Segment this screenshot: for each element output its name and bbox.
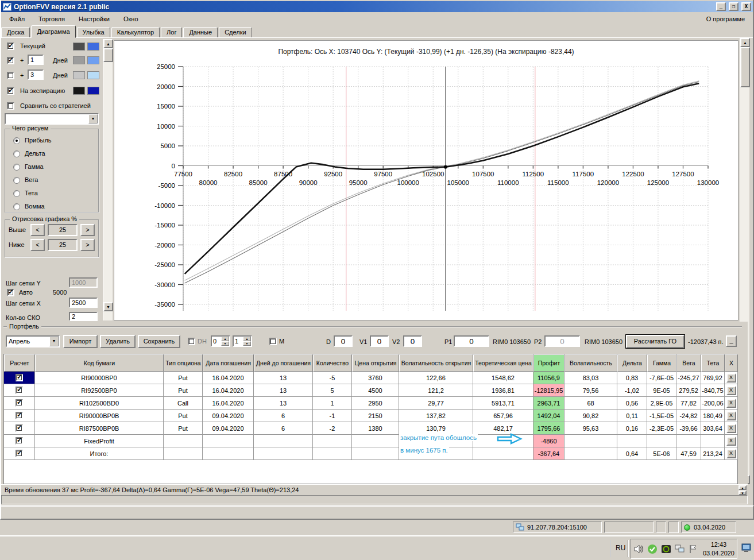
current-color2-swatch[interactable] bbox=[87, 43, 99, 51]
cell-Дата погашения[interactable] bbox=[203, 447, 254, 460]
cell-Профит[interactable]: -12815,95 bbox=[533, 384, 564, 397]
cell-Количество[interactable]: -5 bbox=[313, 372, 352, 384]
radio-Вега[interactable] bbox=[13, 177, 20, 184]
cell-Дельта[interactable]: 0,56 bbox=[617, 397, 647, 410]
radio-Гамма[interactable] bbox=[13, 164, 20, 171]
volume-icon[interactable] bbox=[633, 544, 644, 554]
collapse-button[interactable]: _ bbox=[726, 335, 737, 347]
row-calc-checkbox-cell[interactable] bbox=[4, 435, 35, 447]
cell-Теоретическая цена[interactable]: 1548,62 bbox=[473, 372, 533, 384]
cell-Дата погашения[interactable]: 16.04.2020 bbox=[203, 384, 254, 397]
row-calc-checkbox-cell[interactable] bbox=[4, 410, 35, 422]
expiration-color2-swatch[interactable] bbox=[87, 87, 99, 95]
cell-Дата погашения[interactable] bbox=[203, 435, 254, 447]
cell-Дней до погашения[interactable]: 13 bbox=[254, 397, 313, 410]
row-delete-button[interactable]: X bbox=[726, 437, 736, 446]
cell-Цена открытия[interactable]: 1380 bbox=[352, 422, 399, 435]
cell-Тип опциона[interactable] bbox=[164, 435, 203, 447]
cell-Вега[interactable]: -39,66 bbox=[676, 422, 701, 435]
flag-icon[interactable] bbox=[689, 544, 698, 554]
panel-scrollbar-thumb[interactable] bbox=[103, 48, 113, 62]
column-header-Гамма[interactable]: Гамма bbox=[647, 354, 676, 372]
cell-Гамма[interactable]: -1,5E-05 bbox=[647, 410, 676, 422]
plus3-color1-swatch[interactable] bbox=[73, 71, 85, 79]
chart-area[interactable]: Портфель: Ось X: 103740 Ось Y: (Текущий … bbox=[114, 40, 738, 320]
tab-Сделки[interactable]: Сделки bbox=[219, 27, 252, 38]
cell-Тета[interactable]: -840,75 bbox=[701, 384, 725, 397]
radio-Прибыль[interactable] bbox=[13, 137, 20, 144]
cell-Профит[interactable]: -367,64 bbox=[533, 447, 564, 460]
cell-Профит[interactable]: 1492,04 bbox=[533, 410, 564, 422]
scroll-up-icon[interactable]: ▲ bbox=[738, 485, 747, 490]
plus1-color1-swatch[interactable] bbox=[73, 56, 85, 64]
cell-Дата погашения[interactable]: 09.04.2020 bbox=[203, 422, 254, 435]
cell-Цена открытия[interactable]: 4500 bbox=[352, 384, 399, 397]
cell-Тета[interactable]: 213,24 bbox=[701, 447, 725, 460]
cell-Дельта[interactable]: 0,64 bbox=[617, 447, 647, 460]
current-color1-swatch[interactable] bbox=[73, 43, 85, 51]
menu-item-Торговля[interactable]: Торговля bbox=[33, 14, 71, 24]
dh-spinner-2[interactable]: 1 ▲▼ bbox=[233, 335, 252, 347]
antivirus-check-icon[interactable] bbox=[647, 544, 658, 554]
spin-up-icon[interactable]: ▲ bbox=[221, 337, 229, 341]
radio-Дельта[interactable] bbox=[13, 150, 20, 157]
cell-Волатильность[interactable]: 83,03 bbox=[564, 372, 617, 384]
cell-Профит[interactable]: 2963,71 bbox=[533, 397, 564, 410]
spin-down-icon[interactable]: ▼ bbox=[221, 341, 229, 346]
compare-strategy-checkbox[interactable] bbox=[7, 102, 14, 110]
cell-Дельта[interactable]: -1,02 bbox=[617, 384, 647, 397]
cell-Дней до погашения[interactable]: 13 bbox=[254, 384, 313, 397]
cell-Гамма[interactable]: 9E-05 bbox=[647, 384, 676, 397]
sko-count-input[interactable] bbox=[69, 312, 98, 321]
row-calc-checkbox-cell[interactable] bbox=[4, 447, 35, 460]
cell-Профит[interactable]: -4860 bbox=[533, 435, 564, 447]
column-header-Цена открытия[interactable]: Цена открытия bbox=[352, 354, 399, 372]
scroll-up-icon[interactable]: ▲ bbox=[103, 39, 113, 48]
plus3-color2-swatch[interactable] bbox=[87, 71, 99, 79]
cell-Цена открытия[interactable] bbox=[352, 435, 399, 447]
cell-Количество[interactable]: 1 bbox=[313, 397, 352, 410]
cell-Дней до погашения[interactable] bbox=[254, 435, 313, 447]
cell-Вега[interactable]: 77,82 bbox=[676, 397, 701, 410]
scroll-up-icon[interactable]: ▲ bbox=[740, 38, 750, 47]
auto-checkbox[interactable] bbox=[7, 289, 14, 296]
tab-Данные[interactable]: Данные bbox=[183, 27, 218, 38]
column-header-Профит[interactable]: Профит bbox=[533, 354, 564, 372]
plus3-days-input[interactable] bbox=[28, 69, 44, 80]
cell-Волатильность открытия[interactable]: 29,77 bbox=[399, 397, 473, 410]
cell-Количество[interactable]: -1 bbox=[313, 410, 352, 422]
menu-item-Файл[interactable]: Файл bbox=[3, 14, 30, 24]
show-desktop-icon[interactable] bbox=[741, 543, 752, 553]
cell-Цена открытия[interactable]: 3760 bbox=[352, 372, 399, 384]
cell-Тип опциона[interactable]: Put bbox=[164, 422, 203, 435]
cell-Код бумаги[interactable]: RI90000BP0B bbox=[35, 410, 164, 422]
column-header-Дней до погашения[interactable]: Дней до погашения bbox=[254, 354, 313, 372]
row-delete-button[interactable]: X bbox=[726, 449, 736, 458]
close-button[interactable]: X bbox=[741, 2, 751, 11]
cell-Цена открытия[interactable] bbox=[352, 447, 399, 460]
cell-Гамма[interactable]: -2,3E-05 bbox=[647, 422, 676, 435]
cell-Теоретическая цена[interactable]: 5913,71 bbox=[473, 397, 533, 410]
cell-Волатильность[interactable] bbox=[564, 435, 617, 447]
tab-Диаграмма[interactable]: Диаграмма bbox=[31, 25, 75, 38]
cell-Цена открытия[interactable]: 2950 bbox=[352, 397, 399, 410]
tab-Калькулятор[interactable]: Калькулятор bbox=[111, 27, 160, 38]
cell-Тип опциона[interactable] bbox=[164, 447, 203, 460]
calc-checkbox[interactable] bbox=[16, 412, 23, 419]
cell-Тета[interactable]: 303,64 bbox=[701, 422, 725, 435]
calc-checkbox[interactable] bbox=[16, 450, 23, 457]
cell-Теоретическая цена[interactable]: 1936,81 bbox=[473, 384, 533, 397]
column-header-Код бумаги[interactable]: Код бумаги bbox=[35, 354, 164, 372]
calculate-margin-button[interactable]: Рассчитать ГО bbox=[626, 335, 685, 348]
cell-Профит[interactable]: 11056,9 bbox=[533, 372, 564, 384]
spin-down-icon[interactable]: ▼ bbox=[243, 341, 251, 346]
expiration-color1-swatch[interactable] bbox=[73, 87, 85, 95]
cell-Волатильность открытия[interactable]: 121,2 bbox=[399, 384, 473, 397]
expiration-checkbox[interactable] bbox=[7, 87, 14, 95]
cell-Тета[interactable]: 769,92 bbox=[701, 372, 725, 384]
tab-Лог[interactable]: Лог bbox=[161, 27, 182, 38]
minimize-button[interactable]: _ bbox=[716, 2, 726, 11]
column-header-Волатильность открытия[interactable]: Волатильность открытия bbox=[399, 354, 473, 372]
cell-Дельта[interactable]: 0,11 bbox=[617, 410, 647, 422]
cell-Цена открытия[interactable]: 2150 bbox=[352, 410, 399, 422]
